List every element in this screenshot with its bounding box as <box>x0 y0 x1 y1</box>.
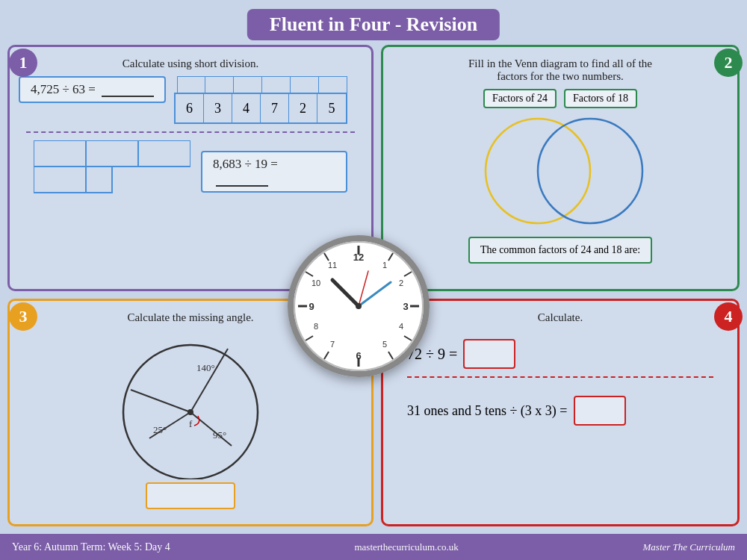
svg-rect-0 <box>34 140 86 167</box>
q4-answer-box1[interactable] <box>463 339 515 369</box>
long-div-box <box>34 140 190 203</box>
svg-rect-4 <box>86 167 112 193</box>
svg-rect-3 <box>34 167 86 193</box>
venn-label-right: Factors of 18 <box>564 89 637 108</box>
q2-panel: Fill in the Venn diagram to find all of … <box>381 45 740 291</box>
svg-text:9: 9 <box>309 301 314 312</box>
q1-answer-line2[interactable] <box>216 185 268 187</box>
page-title: Fluent in Four - Revision <box>270 13 477 36</box>
badge-3: 3 <box>9 302 37 331</box>
short-division-grid: 6 3 4 7 2 5 <box>174 76 347 124</box>
svg-text:1: 1 <box>382 261 387 270</box>
svg-text:5: 5 <box>382 340 387 349</box>
svg-text:4: 4 <box>399 322 403 331</box>
svg-line-9 <box>190 349 228 412</box>
q1-instruction: Calculate using short division. <box>19 57 362 70</box>
svg-text:11: 11 <box>328 261 337 270</box>
venn-diagram <box>392 111 728 231</box>
q1-problem2-row: 8,683 ÷ 19 = <box>34 140 347 203</box>
q3-answer-area <box>19 482 362 509</box>
venn-label-left: Factors of 24 <box>483 89 557 108</box>
q4-problem2: 31 ones and 5 tens ÷ (3 x 3) = <box>407 403 568 419</box>
q1-divider <box>26 131 355 133</box>
q3-answer-box[interactable] <box>146 482 235 509</box>
q4-divider <box>407 376 713 378</box>
q4-instruction: Calculate. <box>392 311 728 324</box>
footer: Year 6: Autumn Term: Week 5: Day 4 maste… <box>0 534 747 560</box>
long-div-svg <box>34 140 190 200</box>
svg-text:8: 8 <box>314 322 318 331</box>
svg-point-45 <box>356 303 362 309</box>
q2-instruction: Fill in the Venn diagram to find all of … <box>392 57 728 83</box>
clock-svg: 12 3 6 9 1 2 4 5 7 8 10 11 <box>294 241 424 371</box>
svg-rect-1 <box>86 140 138 167</box>
svg-rect-2 <box>138 140 190 167</box>
clock-widget: 12 3 6 9 1 2 4 5 7 8 10 11 <box>284 231 433 381</box>
svg-text:7: 7 <box>330 340 335 349</box>
svg-text:12: 12 <box>353 252 364 263</box>
q4-answer-box2[interactable] <box>574 396 626 426</box>
title-bar: Fluent in Four - Revision <box>247 9 500 40</box>
footer-right: Master The Curriculum <box>643 541 736 553</box>
footer-left: Year 6: Autumn Term: Week 5: Day 4 <box>12 541 170 553</box>
badge-1: 1 <box>9 49 37 77</box>
svg-text:3: 3 <box>403 301 408 312</box>
q4-panel: Calculate. 72 ÷ 9 = 31 ones and 5 tens ÷… <box>381 299 740 526</box>
venn-labels: Factors of 24 Factors of 18 <box>392 89 728 108</box>
svg-text:25°: 25° <box>153 424 167 435</box>
svg-text:10: 10 <box>311 279 320 287</box>
sd-top-row <box>177 76 347 93</box>
q1-answer-line1[interactable] <box>102 96 154 97</box>
svg-text:6: 6 <box>356 350 361 361</box>
svg-line-10 <box>131 390 190 412</box>
q1-problem1: 4,725 ÷ 63 = <box>19 76 166 103</box>
venn-svg <box>426 111 695 231</box>
q1-problem2: 8,683 ÷ 19 = <box>201 151 347 193</box>
svg-text:f: f <box>189 418 193 429</box>
q4-problem2-row: 31 ones and 5 tens ÷ (3 x 3) = <box>407 396 713 426</box>
svg-text:2: 2 <box>399 279 403 287</box>
sd-bottom-row: 6 3 4 7 2 5 <box>174 93 347 124</box>
common-factors-box: The common factors of 24 and 18 are: <box>468 237 652 264</box>
angle-svg: 140° 25° f 95° <box>108 330 273 479</box>
svg-text:140°: 140° <box>196 362 215 373</box>
svg-text:95°: 95° <box>213 429 226 441</box>
badge-2: 2 <box>714 49 743 77</box>
clock-face: 12 3 6 9 1 2 4 5 7 8 10 11 <box>288 235 430 377</box>
badge-4: 4 <box>714 302 743 331</box>
q4-problem1-row: 72 ÷ 9 = <box>407 339 713 369</box>
footer-center: masterthecurriculum.co.uk <box>170 541 643 553</box>
